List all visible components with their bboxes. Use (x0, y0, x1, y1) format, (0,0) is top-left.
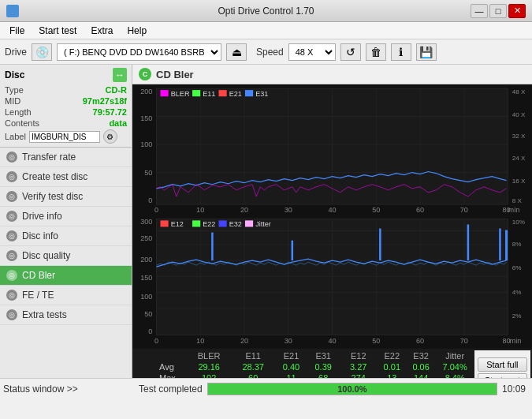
menubar: File Start test Extra Help (0, 22, 532, 39)
sidebar-item-fe-te[interactable]: ◎ FE / TE (0, 286, 132, 305)
drive-info-icon: ◎ (6, 211, 17, 222)
svg-text:min: min (508, 206, 520, 214)
progress-bar: 100.0% (207, 383, 497, 395)
table-row-max: Max 102 60 11 68 274 13 144 8.4% (156, 372, 474, 378)
max-e32: 144 (407, 372, 436, 378)
svg-rect-39 (245, 90, 253, 96)
max-bler: 102 (187, 372, 231, 378)
svg-text:20: 20 (240, 337, 248, 345)
sidebar-item-extra-tests[interactable]: ◎ Extra tests (0, 305, 132, 325)
chart-header: C CD Bler (132, 65, 532, 84)
svg-text:30: 30 (285, 337, 292, 345)
max-e11: 60 (231, 372, 275, 378)
menu-file[interactable]: File (3, 24, 31, 38)
menu-extra[interactable]: Extra (84, 24, 119, 38)
svg-text:50: 50 (144, 310, 152, 318)
max-e21: 11 (275, 372, 307, 378)
sidebar-item-label: Disc quality (22, 250, 70, 261)
sidebar-item-label: Extra tests (22, 309, 67, 320)
speed-select[interactable]: 48 X (288, 43, 336, 61)
transfer-rate-icon: ◎ (6, 152, 17, 163)
data-table: BLER E11 E21 E31 E12 E22 E32 Jitter (156, 350, 474, 378)
avg-bler: 29.16 (187, 361, 231, 372)
svg-rect-77 (160, 220, 168, 226)
max-jitter: 8.4% (436, 372, 474, 378)
svg-rect-79 (192, 220, 200, 226)
start-part-button[interactable]: Start part (478, 373, 527, 378)
svg-text:2%: 2% (512, 312, 522, 320)
titlebar: Opti Drive Control 1.70 — □ ✕ (0, 0, 532, 22)
sidebar-item-label: Transfer rate (22, 152, 76, 163)
drive-select[interactable]: ( F:) BENQ DVD DD DW1640 BSRB (57, 43, 221, 61)
start-full-button[interactable]: Start full (478, 357, 527, 372)
menu-start-test[interactable]: Start test (32, 24, 83, 38)
label-input[interactable] (29, 131, 100, 143)
status-window-button[interactable]: Status window >> (3, 383, 136, 395)
close-button[interactable]: ✕ (508, 4, 526, 18)
avg-e21: 0.40 (275, 361, 307, 372)
sidebar-item-create-test-disc[interactable]: ◎ Create test disc (0, 167, 132, 187)
svg-text:50: 50 (372, 337, 380, 345)
svg-rect-83 (245, 220, 253, 226)
svg-text:10: 10 (196, 337, 204, 345)
fe-te-icon: ◎ (6, 290, 17, 301)
maximize-button[interactable]: □ (489, 4, 507, 18)
svg-text:32 X: 32 X (512, 133, 526, 140)
sidebar-item-transfer-rate[interactable]: ◎ Transfer rate (0, 148, 132, 167)
progress-label: 100.0% (337, 384, 366, 394)
svg-text:8 X: 8 X (512, 197, 523, 204)
sidebar-item-disc-quality[interactable]: ◎ Disc quality (0, 246, 132, 266)
statusbar: Status window >> Test completed 100.0% 1… (0, 378, 532, 398)
cd-bler-icon: ◎ (6, 270, 17, 281)
status-time: 10:09 (502, 383, 526, 395)
disc-title: Disc (5, 69, 24, 80)
svg-text:50: 50 (144, 169, 152, 177)
svg-text:100: 100 (140, 140, 152, 148)
sidebar-item-cd-bler[interactable]: ◎ CD Bler (0, 266, 132, 286)
avg-e31: 0.39 (307, 361, 340, 372)
svg-rect-35 (192, 90, 200, 96)
mid-label: MID (5, 96, 20, 106)
menu-help[interactable]: Help (121, 24, 153, 38)
sidebar-item-label: Disc info (22, 230, 58, 241)
svg-rect-81 (219, 220, 227, 226)
drivebar: Drive 💿 ( F:) BENQ DVD DD DW1640 BSRB ⏏ … (0, 39, 532, 65)
table-header-e32: E32 (407, 350, 436, 361)
status-text: Test completed (139, 383, 203, 395)
disc-arrow[interactable]: ↔ (113, 68, 127, 82)
save-button[interactable]: 💾 (416, 43, 437, 61)
start-buttons: Start full Start part (474, 350, 530, 378)
sidebar-item-drive-info[interactable]: ◎ Drive info (0, 207, 132, 226)
sidebar-item-disc-info[interactable]: ◎ Disc info (0, 226, 132, 246)
svg-text:50: 50 (372, 206, 380, 214)
svg-text:10: 10 (196, 206, 204, 214)
svg-text:E11: E11 (203, 90, 215, 98)
window-title: Opti Drive Control 1.70 (218, 6, 314, 17)
svg-text:150: 150 (140, 274, 152, 282)
svg-text:Jitter: Jitter (255, 220, 271, 228)
refresh-button[interactable]: ↺ (340, 43, 361, 61)
chart-title: CD Bler (156, 69, 194, 80)
svg-text:150: 150 (140, 114, 152, 122)
table-header-e31: E31 (307, 350, 340, 361)
type-label: Type (5, 85, 24, 95)
erase-button[interactable]: 🗑 (366, 43, 386, 61)
label-settings-icon[interactable]: ⚙ (103, 129, 117, 144)
svg-text:40: 40 (328, 206, 336, 214)
charts-container: 200 150 100 50 0 48 X 40 X 32 X 24 X 16 … (132, 84, 532, 378)
chart-header-icon: C (139, 68, 151, 80)
sidebar-item-verify-test-disc[interactable]: ◎ Verify test disc (0, 187, 132, 207)
svg-text:0: 0 (148, 327, 152, 335)
eject-button[interactable]: ⏏ (226, 43, 247, 61)
disc-info-icon: ◎ (6, 230, 17, 241)
info-button[interactable]: ℹ (391, 43, 411, 61)
status-progress-container: Test completed 100.0% 10:09 (139, 383, 529, 395)
disc-panel: Disc ↔ Type CD-R MID 97m27s18f Length 79… (0, 65, 132, 148)
type-value: CD-R (106, 85, 128, 95)
sidebar: Disc ↔ Type CD-R MID 97m27s18f Length 79… (0, 65, 132, 378)
svg-rect-37 (219, 90, 227, 96)
row-label-avg: Avg (156, 361, 187, 372)
minimize-button[interactable]: — (471, 4, 488, 18)
max-e22: 13 (378, 372, 407, 378)
svg-text:20: 20 (240, 206, 248, 214)
